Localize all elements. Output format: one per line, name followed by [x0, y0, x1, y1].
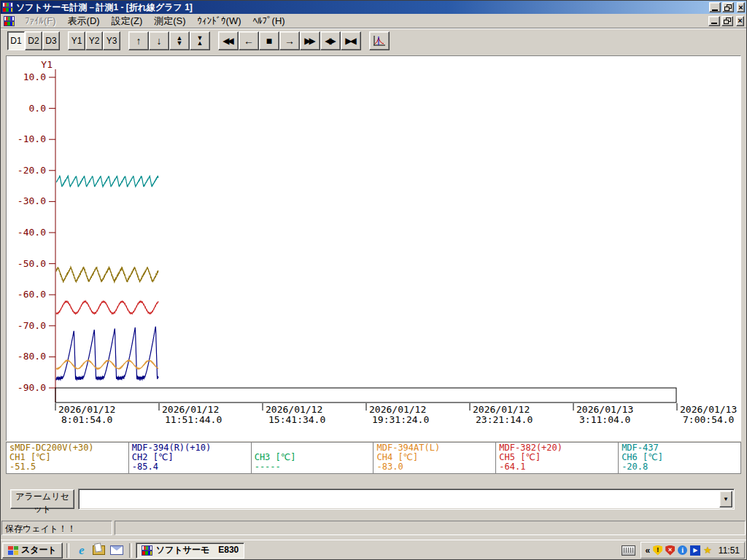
taskbar-divider [129, 543, 132, 558]
fast-forward-button[interactable]: ▶▶ [300, 31, 320, 50]
left-arrow-icon: ← [244, 35, 254, 47]
display3-button[interactable]: D3 [42, 31, 60, 50]
svg-text:-80.0: -80.0 [18, 351, 46, 362]
alarm-combobox[interactable]: ▼ [78, 489, 735, 510]
channel-value: -20.8 [622, 462, 738, 472]
keyboard-layout-icon[interactable] [622, 545, 635, 556]
double-left-icon: ◀◀ [222, 36, 231, 46]
taskbar-clock[interactable]: 11:51 [719, 545, 740, 556]
security-alert-icon[interactable]: × [665, 545, 675, 556]
legend-channel-2: MDF-394(R)(+10) CH2 [℃] -85.4 [129, 443, 251, 473]
task-label: ソフトサーモ E830 [156, 544, 239, 556]
display1-button[interactable]: D1 [7, 31, 25, 50]
svg-text:11:51:44.0: 11:51:44.0 [165, 414, 222, 425]
expand-x-button[interactable]: ◀▶ [320, 31, 341, 50]
expand-y-icon-bottom: ▼ [177, 41, 183, 46]
taskbar: スタート e ソフトサーモ E830 « ! × i ▶ ★ 11:51 [0, 540, 747, 560]
tray-icon-box: « ! × i ▶ ★ 11:51 [640, 542, 745, 559]
expand-x-icon: ◀▶ [325, 36, 333, 46]
svg-text:2026/01/13: 2026/01/13 [576, 404, 633, 415]
scroll-left-button[interactable]: ← [239, 31, 259, 50]
taskbar-task-softthermo[interactable]: ソフトサーモ E830 [136, 542, 244, 559]
svg-text:0.0: 0.0 [29, 103, 46, 114]
svg-text:2026/01/12: 2026/01/12 [162, 404, 219, 415]
stop-button[interactable]: ■ [259, 31, 279, 50]
legend-channel-1: sMDF-DC200V(+30) CH1 [℃] -51.5 [7, 443, 128, 473]
svg-text:-20.0: -20.0 [18, 165, 46, 176]
svg-text:-70.0: -70.0 [18, 320, 46, 331]
display2-button[interactable]: D2 [25, 31, 42, 50]
svg-text:10.0: 10.0 [23, 71, 46, 82]
mdi-close-button[interactable]: × [736, 16, 744, 26]
compress-x-icon: ▶◀ [345, 36, 354, 46]
close-button[interactable]: × [737, 2, 745, 12]
status-bar: 保存ウェイト！！ [0, 518, 747, 539]
compress-y-button[interactable]: ▼ ▲ [190, 31, 210, 50]
app-icon [142, 545, 152, 556]
svg-text:7:00:54.0: 7:00:54.0 [683, 414, 734, 425]
security-warning-icon[interactable]: ! [653, 545, 662, 556]
svg-text:-60.0: -60.0 [18, 289, 46, 300]
svg-text:8:01:54.0: 8:01:54.0 [61, 414, 112, 425]
compress-x-button[interactable]: ▶◀ [341, 31, 361, 50]
quicklaunch-show-desktop-button[interactable] [90, 542, 108, 559]
channel-value: -83.0 [376, 462, 492, 472]
svg-text:2026/01/12: 2026/01/12 [266, 404, 322, 415]
menu-bar: ﾌｧｲﾙ(F) 表示(D) 設定(Z) 測定(S) ｳｨﾝﾄﾞｳ(W) ﾍﾙﾌﾟ… [1, 14, 746, 28]
minimize-button[interactable] [709, 2, 721, 12]
svg-text:-10.0: -10.0 [18, 133, 46, 144]
down-arrow-icon: ↓ [157, 35, 162, 47]
menu-window[interactable]: ｳｨﾝﾄﾞｳ(W) [192, 15, 247, 27]
svg-text:-90.0: -90.0 [18, 382, 46, 393]
channel-value: -64.1 [499, 462, 615, 472]
channel-legend: sMDF-DC200V(+30) CH1 [℃] -51.5 MDF-394(R… [6, 442, 741, 474]
svg-text:-30.0: -30.0 [18, 195, 46, 206]
axis-y2-button[interactable]: Y2 [85, 31, 103, 50]
mdi-restore-button[interactable] [721, 16, 733, 26]
axis-y3-button[interactable]: Y3 [103, 31, 120, 50]
window-title: ソフトサーモ計測－計測1 - [折れ線グラフ 1] [16, 1, 193, 14]
scroll-down-button[interactable]: ↓ [149, 31, 169, 50]
fast-rewind-button[interactable]: ◀◀ [218, 31, 239, 50]
minimize-icon [712, 9, 718, 11]
windows-logo-icon [8, 546, 18, 555]
scroll-right-button[interactable]: → [279, 31, 300, 50]
toolbar: D1 D2 D3 Y1 Y2 Y3 ↑ ↓ ▲ ▼ ▼ ▲ ◀◀ ← ■ → ▶… [1, 29, 746, 52]
tray-overflow-chevron-icon[interactable]: « [646, 545, 651, 556]
scroll-up-button[interactable]: ↑ [128, 31, 149, 50]
menu-measure[interactable]: 測定(S) [148, 14, 191, 28]
star-icon[interactable]: ★ [703, 545, 712, 555]
graph-view-button[interactable] [369, 31, 390, 50]
media-play-icon[interactable]: ▶ [690, 545, 700, 556]
minimize-icon [711, 23, 717, 24]
info-balloon-icon[interactable]: i [678, 545, 687, 555]
restore-button[interactable] [722, 2, 734, 12]
svg-text:3:11:04.0: 3:11:04.0 [579, 414, 630, 425]
expand-y-button[interactable]: ▲ ▼ [169, 31, 190, 50]
svg-text:2026/01/12: 2026/01/12 [473, 404, 530, 415]
line-chart: Y110.00.0-10.0-20.0-30.0-40.0-50.0-60.0-… [8, 58, 738, 438]
line-graph-icon [373, 35, 386, 47]
axis-y1-button[interactable]: Y1 [68, 31, 85, 50]
legend-channel-3: CH3 [℃] ----- [252, 443, 374, 473]
mdi-minimize-button[interactable] [708, 16, 720, 26]
svg-text:2026/01/12: 2026/01/12 [369, 404, 426, 415]
svg-text:2026/01/12: 2026/01/12 [58, 404, 115, 415]
application-window: ソフトサーモ計測－計測1 - [折れ線グラフ 1] × ﾌｧｲﾙ(F) 表示(D… [0, 0, 747, 560]
menu-settings[interactable]: 設定(Z) [106, 14, 149, 28]
alarm-reset-button[interactable]: アラームリセット [10, 489, 74, 509]
start-label: スタート [21, 544, 57, 556]
quicklaunch-mail-button[interactable] [108, 542, 125, 559]
menu-file[interactable]: ﾌｧｲﾙ(F) [19, 15, 62, 27]
menu-view[interactable]: 表示(D) [62, 14, 106, 28]
mdi-document-icon [4, 16, 15, 26]
quicklaunch-ie-button[interactable]: e [73, 542, 90, 559]
menu-help[interactable]: ﾍﾙﾌﾟ(H) [247, 15, 291, 27]
svg-text:2026/01/13: 2026/01/13 [680, 404, 737, 415]
right-arrow-icon: → [285, 35, 295, 47]
taskbar-divider [66, 543, 69, 558]
combo-dropdown-button[interactable]: ▼ [719, 491, 732, 508]
start-button[interactable]: スタート [2, 542, 63, 559]
up-arrow-icon: ↑ [136, 35, 142, 47]
chevron-down-icon: ▼ [723, 496, 729, 502]
